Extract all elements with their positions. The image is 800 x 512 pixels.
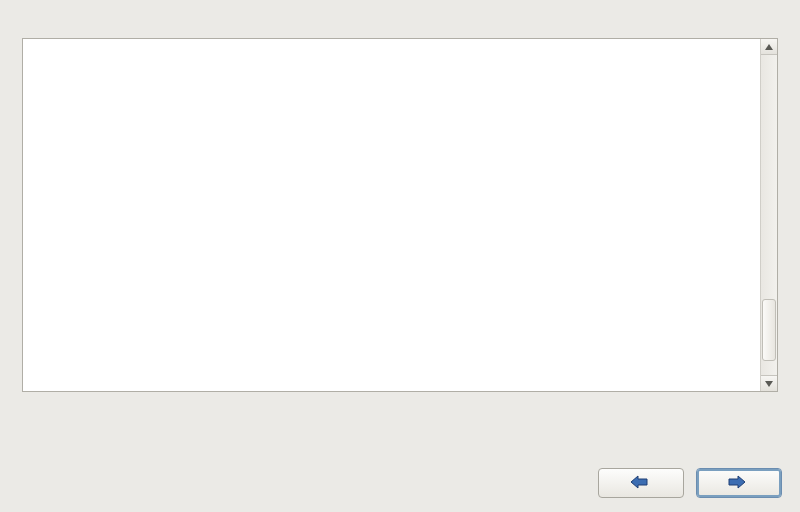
arrow-right-icon xyxy=(728,475,746,492)
next-button[interactable] xyxy=(696,468,782,498)
scroll-down-button[interactable] xyxy=(761,375,777,391)
scroll-up-button[interactable] xyxy=(761,39,777,55)
arrow-left-icon xyxy=(630,475,648,492)
scrollbar-thumb[interactable] xyxy=(762,299,776,361)
scrollbar[interactable] xyxy=(760,39,777,391)
keyboard-listbox[interactable] xyxy=(23,39,760,391)
back-button[interactable] xyxy=(598,468,684,498)
keyboard-listbox-frame xyxy=(22,38,778,392)
button-bar xyxy=(598,468,782,498)
